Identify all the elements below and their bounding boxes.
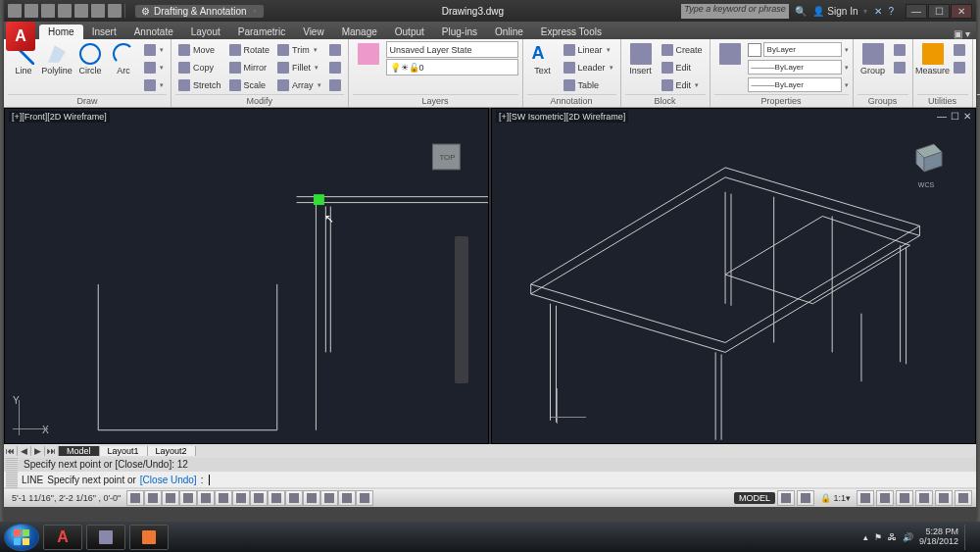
panel-properties-label[interactable]: Properties [714,94,849,107]
insert-button[interactable]: Insert [625,41,657,75]
tray-up-icon[interactable]: ▴ [863,532,868,542]
tab-view[interactable]: View [294,25,333,39]
circle-button[interactable]: Circle [74,41,106,75]
qat-open-icon[interactable] [24,4,38,18]
am-toggle[interactable] [356,490,373,506]
linetype-dropdown[interactable]: ——— ByLayer▾ [748,76,849,93]
task-app2[interactable] [86,525,125,550]
qat-save-icon[interactable] [41,4,55,18]
panel-modify-label[interactable]: Modify [175,94,344,107]
color-dropdown[interactable]: ByLayer▾ [748,41,849,58]
create-block-button[interactable]: Create [659,41,706,58]
edit-attr-button[interactable]: Edit▾ [659,76,706,93]
search-input[interactable]: Type a keyword or phrase [681,4,789,19]
mirror-button[interactable]: Mirror [226,59,273,75]
sb-r8[interactable] [955,490,972,506]
stretch-button[interactable]: Stretch [175,76,224,93]
tpy-toggle[interactable] [303,490,320,506]
trim-button[interactable]: Trim▾ [274,41,324,58]
layer-properties-button[interactable] [353,41,384,65]
close-button[interactable]: ✕ [951,4,972,19]
layer-state-dropdown[interactable]: Unsaved Layer State [386,41,518,58]
sb-r1[interactable] [777,490,795,506]
modify-misc3[interactable] [326,76,344,93]
copy-button[interactable]: Copy [175,59,224,75]
scale-button[interactable]: Scale [226,76,273,93]
exchange-icon[interactable]: ✕ [874,6,882,17]
nav-bar[interactable] [455,236,468,383]
paste-button[interactable]: Paste [977,41,980,75]
viewport-left[interactable]: [+][Front][2D Wireframe] TOP YX ↖ [4,108,489,444]
grid-toggle[interactable] [144,490,162,506]
start-button[interactable] [4,524,39,551]
tray-flag-icon[interactable]: ⚑ [874,532,882,542]
annoscale-button[interactable]: 🔒 1:1▾ [816,493,855,503]
tab-express[interactable]: Express Tools [532,25,611,39]
sb-r5[interactable] [896,490,913,506]
clock[interactable]: 5:28 PM 9/18/2012 [919,527,958,547]
lwt-toggle[interactable] [285,490,303,506]
tab-parametric[interactable]: Parametric [229,25,294,39]
modify-misc1[interactable] [326,41,344,58]
app-menu-button[interactable]: A [6,22,35,51]
tray-vol-icon[interactable]: 🔊 [903,532,913,542]
sb-r3[interactable] [857,490,874,506]
tab-annotate[interactable]: Annotate [125,25,182,39]
ribbon-collapse-icon[interactable]: ▣ ▾ [948,28,976,39]
match-prop-button[interactable] [714,41,746,65]
polar-toggle[interactable] [179,490,197,506]
workspace-dropdown[interactable]: ⚙ Drafting & Annotation ▼ [135,5,264,18]
show-desktop-button[interactable] [964,525,970,550]
panel-layers-label[interactable]: Layers [353,94,518,107]
edit-block-button[interactable]: Edit [659,59,706,75]
leader-button[interactable]: Leader▾ [561,59,616,75]
linear-dim-button[interactable]: Linear▾ [561,41,616,58]
command-options[interactable]: [Close Undo] [140,475,197,485]
move-button[interactable]: Move [175,41,224,58]
model-space-button[interactable]: MODEL [734,492,775,504]
layer-current-dropdown[interactable]: 💡☀🔓 0 [386,59,518,75]
qat-new-icon[interactable] [8,4,22,18]
viewport-right[interactable]: [+][SW Isometric][2D Wireframe] — ☐ ✕ [491,108,976,444]
draw-misc1[interactable]: ▾ [141,41,167,58]
task-autocad[interactable]: A [43,525,82,550]
ortho-toggle[interactable] [162,490,179,506]
otrack-toggle[interactable] [232,490,250,506]
panel-annotation-label[interactable]: Annotation [527,94,616,107]
sb-r7[interactable] [935,490,953,506]
osnap3d-toggle[interactable] [215,490,232,506]
snap-toggle[interactable] [126,490,144,506]
table-button[interactable]: Table [561,76,616,93]
panel-groups-label[interactable]: Groups [858,94,908,107]
tab-online[interactable]: Online [486,25,532,39]
draw-misc2[interactable]: ▾ [141,59,167,75]
measure-button[interactable]: Measure [917,41,949,75]
tab-layout[interactable]: Layout [182,25,229,39]
panel-draw-label[interactable]: Draw [8,94,167,107]
util-misc2[interactable] [951,59,968,75]
polyline-button[interactable]: Polyline [41,41,73,75]
qat-plot-icon[interactable] [74,4,88,18]
coordinates[interactable]: 5'-1 11/16", 2'-2 1/16" , 0'-0" [8,493,124,503]
layout-tab-model[interactable]: Model [59,446,100,456]
layout-tab-1[interactable]: Layout1 [100,446,148,456]
group-misc1[interactable] [891,41,908,58]
draw-misc3[interactable]: ▾ [141,76,167,93]
rotate-button[interactable]: Rotate [226,41,273,58]
search-icon[interactable]: 🔍 [795,6,807,17]
util-misc1[interactable] [951,41,968,58]
sb-r6[interactable] [915,490,933,506]
tab-insert[interactable]: Insert [83,25,125,39]
panel-clipboard-label[interactable]: Clipboard [977,94,980,107]
layout-tab-2[interactable]: Layout2 [148,446,196,456]
task-app3[interactable] [129,525,169,550]
qp-toggle[interactable] [320,490,338,506]
tab-home[interactable]: Home [39,25,83,39]
tab-output[interactable]: Output [386,25,433,39]
qat-undo-icon[interactable] [91,4,105,18]
fillet-button[interactable]: Fillet▾ [274,59,324,75]
text-button[interactable]: AText [527,41,559,75]
group-button[interactable]: Group [858,41,889,75]
sb-r2[interactable] [797,490,814,506]
sc-toggle[interactable] [338,490,356,506]
